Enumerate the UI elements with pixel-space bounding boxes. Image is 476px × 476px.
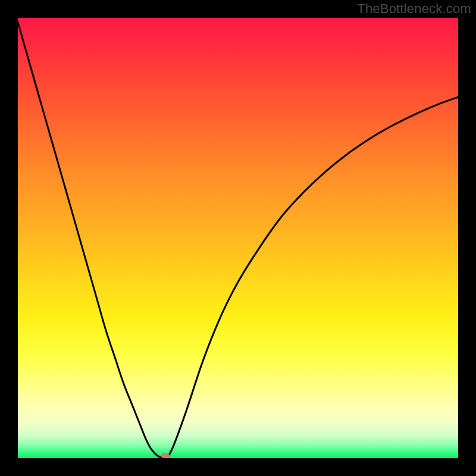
- plot-area: [18, 18, 458, 458]
- curve-layer: [18, 18, 458, 458]
- minimum-marker: [161, 453, 170, 458]
- watermark-text: TheBottleneck.com: [357, 1, 471, 17]
- chart-frame: TheBottleneck.com: [0, 0, 476, 476]
- bottleneck-curve: [18, 22, 458, 458]
